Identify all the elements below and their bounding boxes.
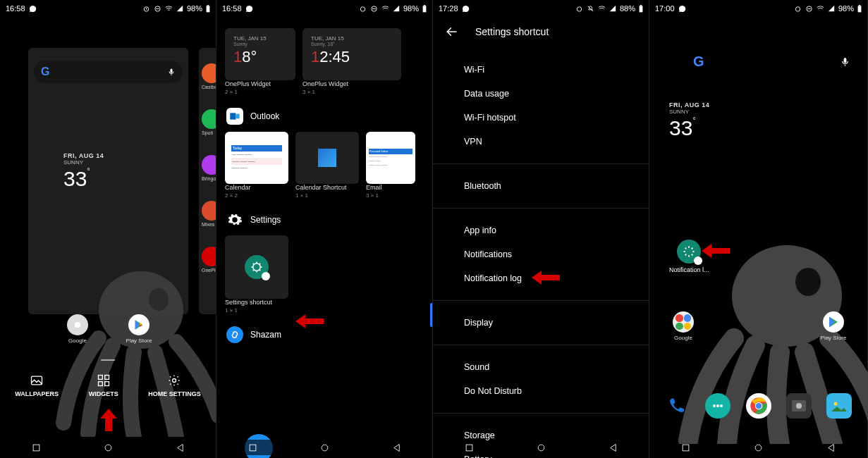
- home-button[interactable]: [103, 442, 114, 453]
- li-notifications[interactable]: Notifications: [433, 242, 649, 266]
- gear-icon: [167, 373, 181, 388]
- back-button[interactable]: [175, 442, 185, 453]
- status-bar: 17:00 98%: [649, 0, 867, 16]
- battery-icon: [206, 5, 210, 13]
- back-button[interactable]: [391, 442, 402, 453]
- dock: [665, 393, 852, 419]
- status-bar: 16:58 98%: [0, 0, 216, 16]
- back-arrow-icon[interactable]: [446, 25, 458, 38]
- widgets-option[interactable]: WIDGETS: [89, 373, 118, 397]
- notification-log-shortcut[interactable]: Notification l...: [669, 240, 709, 273]
- settings-shortcut-widget[interactable]: [225, 235, 288, 299]
- google-folder[interactable]: Google: [669, 311, 697, 341]
- wifi-icon: [165, 5, 173, 13]
- svg-rect-26: [640, 5, 642, 6]
- li-bluetooth[interactable]: Bluetooth: [433, 174, 649, 198]
- scroll-indicator: [430, 303, 432, 327]
- svg-rect-27: [466, 445, 472, 451]
- outlook-section-header: Outlook: [226, 108, 424, 125]
- li-wifi-hotspot[interactable]: Wi-Fi hotspot: [433, 106, 649, 130]
- svg-rect-7: [32, 376, 42, 385]
- battery-pct: 98%: [403, 4, 419, 13]
- clock-text: 17:00: [655, 4, 675, 13]
- svg-rect-6: [171, 69, 173, 73]
- divider: [433, 163, 649, 164]
- gallery-app[interactable]: [826, 393, 852, 419]
- shazam-icon: [226, 326, 243, 343]
- li-dnd[interactable]: Do Not Disturb: [433, 379, 649, 403]
- drag-handle[interactable]: [101, 359, 115, 361]
- li-data-usage[interactable]: Data usage: [433, 82, 649, 106]
- messages-app[interactable]: [705, 393, 731, 419]
- recent-button[interactable]: [464, 442, 475, 453]
- svg-rect-3: [207, 5, 209, 6]
- mic-icon[interactable]: [840, 56, 850, 67]
- clock-text: 16:58: [6, 4, 25, 13]
- annotation-arrow: [100, 409, 117, 431]
- widget-scroll[interactable]: TUE, JAN 15 Sunny 18° OnePlus Widget 2 ×…: [216, 20, 432, 437]
- svg-rect-19: [230, 113, 236, 119]
- home-button[interactable]: [753, 442, 764, 453]
- svg-point-28: [538, 445, 544, 451]
- nav-bar: [0, 440, 216, 455]
- outlook-email-widget[interactable]: Focused Inbox —— —— ———— ———— —— ——: [366, 132, 415, 184]
- phone-app[interactable]: [665, 393, 690, 419]
- svg-rect-46: [683, 445, 689, 451]
- phone-icon: [668, 396, 687, 416]
- svg-rect-20: [236, 114, 239, 119]
- outlook-calendar-widget[interactable]: Today — —— —— —— —— —— —— ——: [225, 132, 288, 184]
- google-search-bar[interactable]: G: [34, 61, 183, 83]
- outlook-cal-shortcut-widget[interactable]: [295, 132, 359, 184]
- back-button[interactable]: [826, 442, 836, 453]
- svg-rect-13: [33, 445, 39, 451]
- weather-date: FRI, AUG 14: [63, 152, 104, 159]
- home-button[interactable]: [319, 442, 330, 453]
- weather-temp: 33°: [669, 116, 709, 140]
- camera-app[interactable]: [786, 393, 812, 419]
- recent-button[interactable]: [680, 442, 691, 453]
- annotation-arrow: [532, 271, 560, 285]
- oneplus-clock-widget[interactable]: TUE, JAN 15 Sunny, 18° 12:45: [302, 28, 401, 80]
- svg-rect-31: [858, 6, 862, 12]
- divider: [433, 208, 649, 209]
- google-search-bar[interactable]: Google .: [693, 51, 850, 72]
- svg-point-42: [755, 403, 761, 409]
- dnd-icon: [154, 5, 161, 13]
- clock-text: 17:28: [439, 4, 458, 13]
- annotation-arrow: [295, 314, 324, 328]
- home-preview-next-page[interactable]: Castbo Spoti Bringo Mixes OnePl: [199, 48, 216, 314]
- google-g-icon: G: [41, 66, 49, 78]
- weather-widget[interactable]: FRI, AUG 14 SUNNY 33°: [63, 152, 104, 191]
- recent-button[interactable]: [247, 442, 258, 453]
- li-wifi[interactable]: Wi-Fi: [433, 58, 649, 82]
- chrome-app[interactable]: [746, 393, 771, 419]
- li-display[interactable]: Display: [433, 311, 649, 335]
- settings-shortcut-icon: [245, 255, 269, 279]
- grid-icon: [97, 373, 111, 388]
- li-vpn[interactable]: VPN: [433, 130, 649, 154]
- google-folder[interactable]: Google: [63, 314, 92, 344]
- svg-point-36: [687, 250, 691, 254]
- back-button[interactable]: [608, 442, 618, 453]
- play-store-app[interactable]: Play Store: [819, 311, 848, 341]
- signal-icon: [176, 5, 183, 12]
- wifi-icon: [598, 5, 606, 13]
- google-g-icon: Google: [693, 54, 704, 70]
- home-preview-panel[interactable]: G FRI, AUG 14 SUNNY 33° Google Play Stor…: [28, 48, 188, 314]
- oneplus-weather-widget[interactable]: TUE, JAN 15 Sunny 18°: [225, 28, 295, 80]
- li-app-info[interactable]: App info: [433, 218, 649, 242]
- svg-rect-10: [98, 382, 102, 386]
- recent-button[interactable]: [31, 442, 42, 453]
- home-button[interactable]: [536, 442, 546, 453]
- home-settings-option[interactable]: HOME SETTINGS: [148, 373, 201, 397]
- wallpapers-option[interactable]: WALLPAPERS: [15, 373, 59, 397]
- shazam-section-header: Shazam: [226, 326, 424, 343]
- svg-rect-9: [104, 376, 109, 380]
- play-store-app[interactable]: Play Store: [125, 314, 153, 344]
- li-sound[interactable]: Sound: [433, 355, 649, 379]
- weather-widget[interactable]: FRI, AUG 14 SUNNY 33°: [669, 101, 709, 140]
- wifi-icon: [817, 5, 824, 13]
- whatsapp-icon: [678, 5, 686, 13]
- shortcut-list[interactable]: Wi-Fi Data usage Wi-Fi hotspot VPN Bluet…: [433, 58, 649, 438]
- alarm-icon: [794, 5, 802, 13]
